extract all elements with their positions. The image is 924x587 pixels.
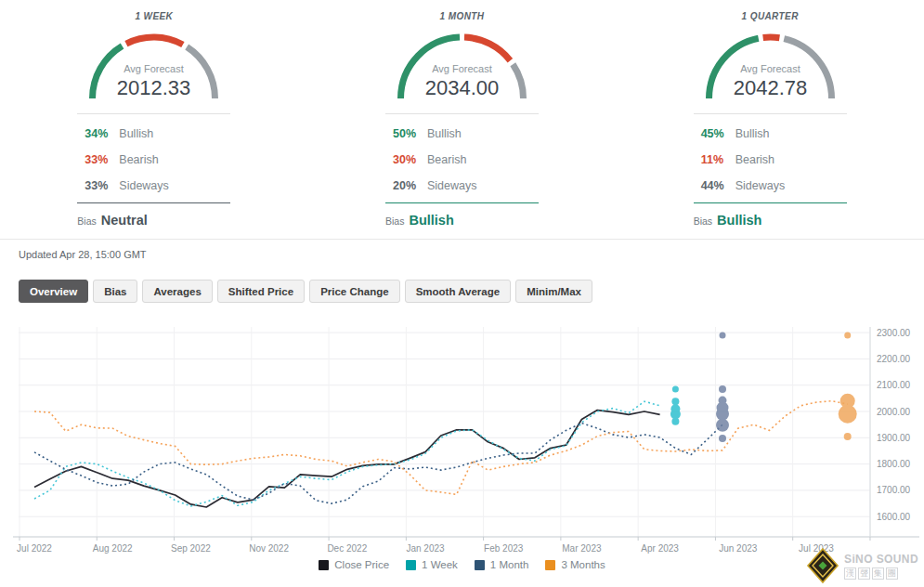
- logo-cn-char: 團: [886, 567, 898, 580]
- sino-sound-logo-text-cn: 漢聲集團: [844, 567, 918, 580]
- legend-label: 1 Month: [490, 559, 529, 570]
- sentiment-label: Bearish: [427, 153, 466, 166]
- gauge-arc-bearish: [126, 37, 183, 45]
- sentiment-row-sideways: 44%Sideways: [701, 173, 847, 199]
- forecast-chart: 2300.002200.002100.002000.001900.001800.…: [0, 314, 924, 587]
- legend-item-1-week[interactable]: 1 Week: [406, 559, 458, 570]
- forecast-dot: [672, 385, 679, 392]
- forecast-period-title: 1 QUARTER: [742, 11, 799, 21]
- sentiment-percent: 33%: [85, 153, 119, 166]
- forecast-dot: [844, 433, 852, 440]
- x-axis-tick-label: Aug 2022: [93, 543, 133, 554]
- sentiment-label: Bearish: [119, 153, 158, 166]
- y-axis-tick-label: 1600.00: [877, 512, 911, 522]
- sentiment-row-bearish: 33%Bearish: [85, 147, 230, 173]
- gauge-arc-sideways: [188, 47, 215, 99]
- series-1-month: [34, 424, 722, 504]
- forecast-dot: [720, 332, 726, 338]
- x-axis-tick-label: Jun 2023: [719, 543, 758, 554]
- sentiment-row-bearish: 30%Bearish: [393, 147, 539, 173]
- sentiment-row-bullish: 50%Bullish: [393, 121, 539, 147]
- series-close-price: [34, 411, 660, 507]
- sino-sound-logo-icon: [806, 547, 839, 584]
- forecast-card-1-month: 1 MONTH Avg Forecast 2034.00 50%Bullish3…: [308, 0, 617, 239]
- sentiment-row-bullish: 45%Bullish: [701, 121, 847, 147]
- y-axis-tick-label: 2200.00: [877, 354, 911, 364]
- bias-value: Bullish: [409, 213, 453, 228]
- tab-averages[interactable]: Averages: [142, 280, 212, 303]
- y-axis-tick-label: 2300.00: [877, 328, 911, 338]
- sentiment-percent: 11%: [701, 153, 735, 166]
- bias-label: Bias: [694, 215, 712, 227]
- legend-label: 1 Week: [422, 559, 458, 570]
- x-axis-tick-label: Dec 2022: [327, 543, 367, 554]
- forecast-dot: [839, 405, 857, 424]
- logo-cn-char: 聲: [858, 567, 870, 580]
- chart-legend: Close Price1 Week1 Month3 Months: [0, 559, 924, 570]
- legend-swatch: [319, 560, 329, 570]
- avg-forecast-label: Avg Forecast: [740, 63, 800, 74]
- sentiment-percent: 50%: [393, 127, 427, 140]
- gauge-arc-bearish: [464, 37, 510, 60]
- sentiment-row-sideways: 33%Sideways: [85, 173, 230, 199]
- forecast-dot: [716, 408, 729, 421]
- sentiment-percent: 30%: [393, 153, 427, 166]
- forecast-dot: [719, 385, 726, 393]
- sentiment-row-bearish: 11%Bearish: [701, 147, 847, 173]
- y-axis-tick-label: 2100.00: [877, 380, 911, 390]
- sentiment-label: Sideways: [735, 179, 786, 192]
- forecast-card-1-quarter: 1 QUARTER Avg Forecast 2042.78 45%Bullis…: [616, 0, 924, 239]
- sentiment-label: Sideways: [427, 179, 477, 192]
- legend-item-3-months[interactable]: 3 Months: [545, 559, 605, 570]
- forecast-dot: [716, 419, 729, 432]
- legend-swatch: [475, 560, 485, 570]
- avg-forecast-value: 2042.78: [733, 76, 807, 99]
- x-axis-tick-label: Apr 2023: [641, 543, 679, 554]
- x-axis-tick-label: Nov 2022: [249, 543, 289, 554]
- avg-forecast-label: Avg Forecast: [124, 63, 185, 74]
- avg-forecast-label: Avg Forecast: [432, 63, 492, 74]
- x-axis-tick-label: Jul 2022: [17, 543, 52, 554]
- forecast-dots-1-month: [716, 332, 729, 442]
- tab-bias[interactable]: Bias: [93, 280, 137, 303]
- tab-minim-max[interactable]: Minim/Max: [515, 280, 592, 303]
- forecast-gauge: Avg Forecast 2042.78: [694, 30, 847, 104]
- sino-sound-logo: SiNO SOUND 漢聲集團: [806, 547, 918, 584]
- x-axis-tick-label: Feb 2023: [484, 543, 524, 554]
- sentiment-distribution: 50%Bullish30%Bearish20%Sideways: [385, 114, 539, 199]
- x-axis-tick-label: Sep 2022: [171, 543, 211, 554]
- logo-cn-char: 集: [872, 567, 884, 580]
- forecast-period-title: 1 MONTH: [440, 11, 485, 21]
- legend-swatch: [406, 560, 416, 570]
- legend-item-close-price[interactable]: Close Price: [319, 559, 389, 570]
- forecast-chart-container: 2300.002200.002100.002000.001900.001800.…: [0, 314, 924, 587]
- bias-label: Bias: [385, 215, 404, 227]
- bias-value: Neutral: [101, 213, 148, 228]
- sentiment-label: Bullish: [427, 127, 462, 140]
- legend-item-1-month[interactable]: 1 Month: [475, 559, 529, 570]
- forecast-period-title: 1 WEEK: [135, 11, 173, 21]
- x-axis-tick-label: Mar 2023: [562, 543, 602, 554]
- tab-smooth-average[interactable]: Smooth Average: [405, 280, 512, 303]
- sentiment-percent: 20%: [393, 179, 427, 192]
- tab-shifted-price[interactable]: Shifted Price: [217, 280, 305, 303]
- sentiment-label: Bullish: [119, 127, 153, 140]
- legend-label: Close Price: [334, 559, 389, 570]
- forecast-gauge: Avg Forecast 2012.33: [77, 30, 230, 104]
- y-axis-tick-label: 1700.00: [877, 485, 911, 495]
- y-axis-tick-label: 1800.00: [877, 459, 911, 469]
- last-updated-text: Updated Apr 28, 15:00 GMT: [19, 249, 147, 260]
- chart-tab-bar: OverviewBiasAveragesShifted PricePrice C…: [19, 280, 592, 303]
- forecast-dots-1-week: [670, 385, 681, 424]
- tab-price-change[interactable]: Price Change: [309, 280, 400, 303]
- sentiment-label: Bullish: [735, 127, 770, 140]
- forecast-dot: [671, 398, 679, 405]
- sentiment-percent: 34%: [85, 127, 119, 140]
- sentiment-row-bullish: 34%Bullish: [85, 121, 230, 147]
- gauge-arc-sideways: [513, 64, 523, 98]
- sentiment-distribution: 45%Bullish11%Bearish44%Sideways: [694, 114, 847, 199]
- logo-cn-char: 漢: [844, 567, 856, 580]
- sentiment-label: Bearish: [735, 153, 774, 166]
- avg-forecast-value: 2034.00: [425, 76, 500, 99]
- tab-overview[interactable]: Overview: [19, 280, 88, 303]
